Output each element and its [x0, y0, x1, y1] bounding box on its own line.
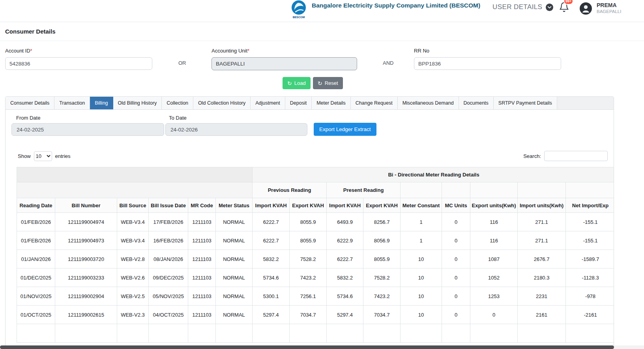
cell: 0: [442, 213, 470, 231]
details-panel: Consumer DetailsTransactionBillingOld Bi…: [5, 96, 614, 349]
column-header: Import KVAH: [327, 198, 363, 213]
tab-transaction[interactable]: Transaction: [54, 97, 90, 109]
notification-bell[interactable]: 99+: [559, 2, 569, 14]
header-spacer: [566, 182, 614, 198]
cell: [149, 324, 188, 343]
tab-billing[interactable]: Billing: [90, 97, 113, 109]
horizontal-scrollbar-track[interactable]: [0, 345, 644, 349]
cell: 0: [470, 306, 518, 324]
bescom-logo: BESCOM: [291, 0, 307, 21]
column-header: Export KVAH: [290, 198, 327, 213]
to-date-label: To Date: [164, 115, 307, 121]
cell: 04/OCT/2025: [149, 306, 188, 324]
tab-documents[interactable]: Documents: [459, 97, 494, 109]
cell: 1211103: [188, 231, 216, 250]
billing-table-head: Bi - Directional Meter Reading DetailsPr…: [17, 167, 614, 213]
account-id-label: Account ID*: [5, 48, 152, 54]
cell: [363, 324, 401, 343]
cell: 8055.9: [363, 250, 401, 268]
cell: 8055.9: [290, 213, 327, 231]
datatable-controls: Show 10 entries Search:: [11, 151, 608, 161]
cell: [401, 324, 442, 343]
tab-miscellaneous-demand[interactable]: Miscellaneous Demand: [398, 97, 459, 109]
required-marker: *: [30, 48, 32, 54]
cell: WEB-V2.6: [117, 268, 149, 287]
cell: 6493.9: [327, 213, 363, 231]
cell: 08/JAN/2026: [149, 250, 188, 268]
cell: WEB-V3.4: [117, 231, 149, 250]
column-header: Net Import/Exp: [566, 198, 614, 213]
header-spacer: [518, 182, 566, 198]
tab-adjustment[interactable]: Adjustment: [251, 97, 285, 109]
tab-old-billing-history[interactable]: Old Billing History: [113, 97, 162, 109]
page-title: Consumer Details: [5, 28, 56, 35]
tab-collection[interactable]: Collection: [162, 97, 193, 109]
cell: 0: [442, 231, 470, 250]
header-spacer: [470, 182, 518, 198]
tab-old-collection-history[interactable]: Old Collection History: [193, 97, 251, 109]
export-ledger-extract-button[interactable]: Export Ledger Extract: [314, 123, 376, 136]
search-label: Search:: [523, 153, 541, 159]
show-label: Show: [18, 153, 31, 159]
tab-change-request[interactable]: Change Request: [351, 97, 398, 109]
cell: 7423.2: [363, 287, 401, 306]
accounting-unit-label: Accounting Unit*: [212, 48, 357, 54]
load-button[interactable]: ↻Load: [283, 77, 311, 89]
column-header: Present Reading: [327, 182, 401, 198]
column-header: Bill Issue Date: [149, 198, 188, 213]
cell: [566, 324, 614, 343]
cell: 1253: [470, 287, 518, 306]
tab-consumer-details[interactable]: Consumer Details: [6, 97, 54, 109]
cell: 6222.9: [327, 231, 363, 250]
account-id-input[interactable]: [5, 57, 152, 70]
accounting-unit-input[interactable]: [212, 57, 357, 70]
header-spacer: [17, 167, 253, 182]
notification-badge: 99+: [564, 0, 573, 5]
table-row: 01/DEC/20251211199003233WEB-V2.609/DEC/2…: [17, 268, 614, 287]
cell: -155.1: [566, 213, 614, 231]
to-date-input[interactable]: [165, 123, 307, 136]
brand: BESCOM Bangalore Electricity Supply Comp…: [291, 0, 480, 21]
user-avatar[interactable]: [579, 2, 592, 17]
cell: 1211103: [188, 306, 216, 324]
column-header: Meter Status: [216, 198, 253, 213]
cell: [253, 324, 290, 343]
tab-meter-details[interactable]: Meter Details: [312, 97, 351, 109]
cell: 2676.7: [518, 250, 566, 268]
cell: 1052: [470, 268, 518, 287]
reset-button[interactable]: ↻Reset: [313, 77, 343, 89]
from-date-input[interactable]: [11, 123, 164, 136]
billing-tab-panel: From Date To Date Export Ledger Extract …: [6, 110, 614, 348]
cell: 01/NOV/2025: [17, 287, 55, 306]
column-header: Export units(Kwh): [470, 198, 518, 213]
cell: 2231: [518, 287, 566, 306]
cell: 271.1: [518, 213, 566, 231]
account-id-group: Account ID*: [5, 48, 152, 70]
cell: 1087: [470, 250, 518, 268]
cell: 5297.4: [327, 306, 363, 324]
rr-no-label: RR No: [414, 48, 561, 54]
sub-header-row: Previous ReadingPresent Reading: [17, 182, 614, 198]
topbar: BESCOM Bangalore Electricity Supply Comp…: [0, 0, 644, 22]
tab-srtpv-payment-details[interactable]: SRTPV Payment Details: [494, 97, 557, 109]
tab-deposit[interactable]: Deposit: [285, 97, 312, 109]
cell: -1128.3: [566, 268, 614, 287]
cell: 5832.2: [327, 268, 363, 287]
search-input[interactable]: [544, 151, 608, 161]
cell: 5300.1: [253, 287, 290, 306]
user-details-dropdown[interactable]: USER DETAILS: [492, 3, 553, 11]
rr-no-input[interactable]: [414, 57, 561, 70]
cell: 0: [442, 306, 470, 324]
cell: WEB-V2.8: [117, 250, 149, 268]
org-title: Bangalore Electricity Supply Company Lim…: [312, 2, 480, 9]
horizontal-scrollbar-thumb[interactable]: [0, 345, 614, 349]
cell: 05/NOV/2025: [149, 287, 188, 306]
page-size-select[interactable]: 10: [34, 151, 52, 161]
cell: 6222.7: [327, 250, 363, 268]
cell: 2180.3: [518, 268, 566, 287]
date-filter-row: From Date To Date Export Ledger Extract: [11, 115, 608, 136]
cell: [518, 324, 566, 343]
column-header: Export KVAH: [363, 198, 401, 213]
cell: [470, 324, 518, 343]
cell: NORMAL: [216, 231, 253, 250]
